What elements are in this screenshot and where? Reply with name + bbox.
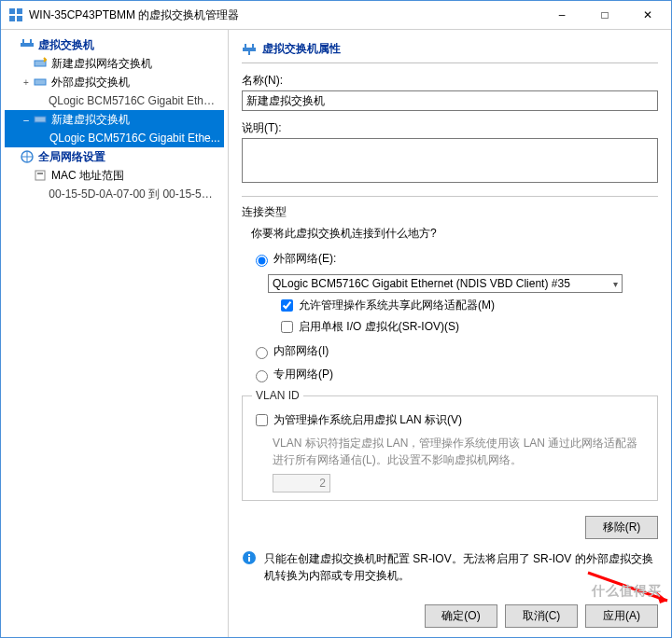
svg-rect-14 xyxy=(245,44,246,48)
conn-question: 你要将此虚拟交换机连接到什么地方? xyxy=(251,226,658,242)
tree-item[interactable]: +外部虚拟交换机 xyxy=(5,73,224,91)
svg-rect-1 xyxy=(17,8,22,14)
vlan-legend: VLAN ID xyxy=(252,389,303,402)
close-button[interactable]: ✕ xyxy=(626,2,669,28)
tree-item[interactable]: QLogic BCM5716C Gigabit Ethe... xyxy=(5,129,224,147)
tree-twisty[interactable]: + xyxy=(20,77,33,88)
radio-private-label: 专用网络(P) xyxy=(273,367,333,382)
chk-vlan-input[interactable] xyxy=(256,414,268,426)
tree-item[interactable]: 全局网络设置 xyxy=(5,147,224,166)
svg-rect-6 xyxy=(30,39,32,43)
radio-external-label: 外部网络(E): xyxy=(273,251,336,267)
tree-item[interactable]: QLogic BCM5716C Gigabit Etherne... xyxy=(5,91,224,110)
radio-external[interactable]: 外部网络(E): xyxy=(251,251,658,267)
tree-label: MAC 地址范围 xyxy=(51,168,124,184)
tree-item[interactable]: –新建虚拟交换机 xyxy=(5,110,224,129)
minimize-button[interactable]: – xyxy=(540,2,583,28)
tree-label: 外部虚拟交换机 xyxy=(51,75,130,90)
tree-item[interactable]: MAC 地址范围 xyxy=(5,166,224,185)
sidebar: 虚拟交换机新建虚拟网络交换机+外部虚拟交换机QLogic BCM5716C Gi… xyxy=(1,30,229,637)
info-note: 只能在创建虚拟交换机时配置 SR-IOV。无法将启用了 SR-IOV 的外部虚拟… xyxy=(242,550,658,584)
vlan-help-text: VLAN 标识符指定虚拟 LAN，管理操作系统使用该 LAN 通过此网络适配器进… xyxy=(273,435,648,468)
chk-vlan[interactable]: 为管理操作系统启用虚拟 LAN 标识(V) xyxy=(252,411,648,429)
chk-share-label: 允许管理操作系统共享此网络适配器(M) xyxy=(299,298,495,313)
vlan-id-input xyxy=(273,474,330,492)
chk-share-input[interactable] xyxy=(281,299,293,312)
chevron-down-icon: ▾ xyxy=(613,279,618,289)
chk-sriov-input[interactable] xyxy=(281,321,293,333)
window-title: WIN-35CP43PTBMM 的虚拟交换机管理器 xyxy=(29,7,540,23)
app-icon xyxy=(8,7,23,22)
info-icon xyxy=(242,550,257,565)
svg-rect-13 xyxy=(243,48,256,51)
name-input[interactable] xyxy=(242,90,658,111)
panel-header: 虚拟交换机属性 xyxy=(242,37,658,63)
tree-label: 00-15-5D-0A-07-00 到 00-15-5D-0... xyxy=(49,187,220,202)
chk-vlan-label: 为管理操作系统启用虚拟 LAN 标识(V) xyxy=(273,412,462,428)
svg-rect-11 xyxy=(35,171,45,180)
radio-private-input[interactable] xyxy=(256,370,268,382)
info-text: 只能在创建虚拟交换机时配置 SR-IOV。无法将启用了 SR-IOV 的外部虚拟… xyxy=(264,550,658,584)
tree-item[interactable]: 00-15-5D-0A-07-00 到 00-15-5D-0... xyxy=(5,185,224,203)
svg-rect-15 xyxy=(252,44,254,48)
chk-sriov[interactable]: 启用单根 I/O 虚拟化(SR-IOV)(S) xyxy=(277,318,658,336)
svg-rect-0 xyxy=(9,8,15,14)
tree-label: 新建虚拟交换机 xyxy=(51,112,130,128)
name-label: 名称(N): xyxy=(242,73,658,89)
tree-item[interactable]: 新建虚拟网络交换机 xyxy=(5,54,224,73)
radio-internal-input[interactable] xyxy=(256,347,268,359)
cancel-button[interactable]: 取消(C) xyxy=(505,604,578,628)
svg-rect-12 xyxy=(37,173,43,174)
svg-rect-16 xyxy=(248,51,250,55)
desc-input[interactable] xyxy=(242,138,658,183)
remove-button[interactable]: 移除(R) xyxy=(585,516,658,539)
dialog-footer: 确定(O) 取消(C) 应用(A) xyxy=(229,595,671,637)
switch-icon xyxy=(242,42,257,57)
tree-item[interactable]: 虚拟交换机 xyxy=(5,35,224,54)
tree-label: QLogic BCM5716C Gigabit Ethe... xyxy=(49,132,220,145)
adapter-select[interactable]: QLogic BCM5716C Gigabit Ethernet (NDIS V… xyxy=(268,274,623,293)
radio-internal[interactable]: 内部网络(I) xyxy=(251,343,658,359)
radio-private[interactable]: 专用网络(P) xyxy=(251,367,658,382)
tree-label: 虚拟交换机 xyxy=(38,37,94,53)
tree-label: QLogic BCM5716C Gigabit Etherne... xyxy=(49,94,220,107)
panel-title: 虚拟交换机属性 xyxy=(262,41,341,57)
tree-label: 全局网络设置 xyxy=(38,149,105,165)
tree-label: 新建虚拟网络交换机 xyxy=(51,56,152,72)
svg-rect-4 xyxy=(21,43,34,47)
chk-sriov-label: 启用单根 I/O 虚拟化(SR-IOV)(S) xyxy=(299,319,459,335)
desc-label: 说明(T): xyxy=(242,120,658,136)
svg-rect-8 xyxy=(35,79,46,85)
svg-rect-18 xyxy=(248,557,250,562)
chk-share[interactable]: 允许管理操作系统共享此网络适配器(M) xyxy=(277,297,658,314)
apply-button[interactable]: 应用(A) xyxy=(585,604,658,628)
svg-rect-3 xyxy=(17,16,22,21)
radio-external-input[interactable] xyxy=(256,255,268,267)
vlan-group: VLAN ID 为管理操作系统启用虚拟 LAN 标识(V) VLAN 标识符指定… xyxy=(242,395,658,501)
svg-rect-19 xyxy=(248,554,250,556)
svg-rect-2 xyxy=(9,16,15,21)
svg-rect-5 xyxy=(22,39,24,43)
svg-rect-9 xyxy=(35,117,46,122)
titlebar: WIN-35CP43PTBMM 的虚拟交换机管理器 – □ ✕ xyxy=(1,1,671,29)
main-panel: 虚拟交换机属性 名称(N): 说明(T): 连接类型 你要将此虚拟交换机连接到什… xyxy=(229,30,671,637)
radio-internal-label: 内部网络(I) xyxy=(273,343,329,359)
adapter-selected: QLogic BCM5716C Gigabit Ethernet (NDIS V… xyxy=(273,277,570,290)
conn-type-label: 连接类型 xyxy=(242,204,658,220)
ok-button[interactable]: 确定(O) xyxy=(425,604,497,628)
maximize-button[interactable]: □ xyxy=(583,2,626,28)
tree-twisty[interactable]: – xyxy=(20,115,33,125)
